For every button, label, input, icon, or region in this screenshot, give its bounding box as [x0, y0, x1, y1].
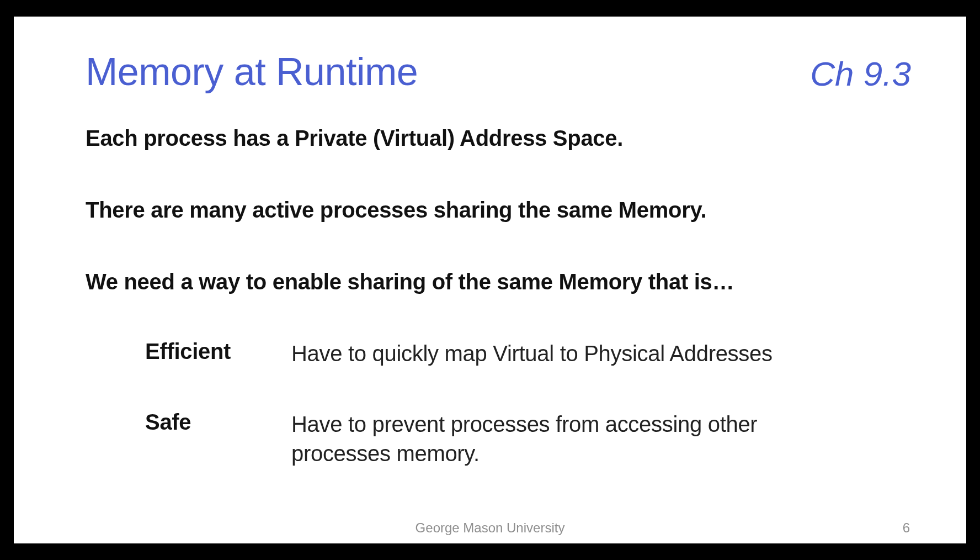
body-line-3: We need a way to enable sharing of the s… — [86, 270, 734, 294]
requirement-efficient-row: Efficient Have to quickly map Virtual to… — [145, 339, 933, 368]
footer-page-number: 6 — [903, 520, 910, 536]
requirement-label-safe: Safe — [145, 410, 291, 435]
requirement-desc-safe: Have to prevent processes from accessing… — [291, 410, 854, 468]
slide-title: Memory at Runtime — [86, 50, 418, 94]
chapter-label: Ch 9.3 — [810, 54, 911, 93]
requirement-safe-row: Safe Have to prevent processes from acce… — [145, 410, 933, 468]
requirement-desc-efficient: Have to quickly map Virtual to Physical … — [291, 339, 854, 368]
footer-organization: George Mason University — [14, 520, 966, 536]
slide: Memory at Runtime Ch 9.3 Each process ha… — [14, 17, 966, 543]
body-line-1: Each process has a Private (Virtual) Add… — [86, 126, 623, 151]
body-line-2: There are many active processes sharing … — [86, 198, 706, 223]
requirement-label-efficient: Efficient — [145, 339, 291, 364]
